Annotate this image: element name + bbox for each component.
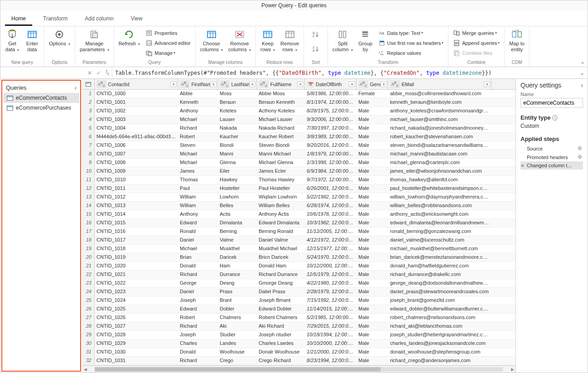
cell-Gender[interactable]: Male (357, 141, 388, 150)
cell-LastName[interactable]: Brant (218, 296, 257, 305)
cell-Gender[interactable]: Male (357, 210, 388, 218)
cell-DateOfBirth[interactable]: 5/22/1982, 12:00:00 AM (305, 193, 357, 201)
applied-step[interactable]: Promoted headers⚙ (521, 153, 583, 161)
cell-ContactId[interactable]: CNTID_1009 (95, 167, 178, 175)
cell-FirstName[interactable]: Ronald (178, 228, 218, 236)
cell-LastName[interactable]: Valme (218, 236, 257, 244)
cell-FullName[interactable]: Joseph Bmant (257, 296, 305, 305)
cell-ContactId[interactable]: CNTID_1003 (95, 116, 178, 124)
table-row[interactable]: 26CNTID_1025EdwardDoblerEdward Dobler11/… (82, 305, 516, 314)
cell-DateOfBirth[interactable]: 7/15/1992, 12:00:00 AM (305, 296, 357, 305)
cell-LastName[interactable]: Woolhouse (218, 348, 257, 356)
cell-DateOfBirth[interactable]: 12/15/1977, 12:00:00 ... (305, 245, 357, 253)
tab-view[interactable]: View (125, 13, 149, 26)
cell-DateOfBirth[interactable]: 10/18/1994, 12:00:00 ... (305, 331, 357, 339)
table-row[interactable]: 7CNTID_1006StevenBiondiSteven Biondi9/20… (82, 141, 516, 150)
cell-FirstName[interactable]: Donald (178, 348, 218, 356)
cell-DateOfBirth[interactable]: 7/29/2015, 12:00:00 AM (305, 322, 357, 330)
cell-FullName[interactable]: Daliel Prass (257, 288, 305, 296)
gear-icon[interactable]: ⚙ (578, 154, 582, 160)
cell-EMail[interactable]: donald_woolhouse@stephensgroup.com (388, 348, 492, 356)
cell-FirstName[interactable]: Steven (178, 141, 218, 150)
cell-FirstName[interactable]: Richard (178, 271, 218, 279)
table-row[interactable]: 31CNTID_1030DonaldWoolhouseDonalr Woolho… (82, 348, 516, 357)
cell-Gender[interactable]: Female (357, 90, 388, 98)
cell-LastName[interactable]: Studier (218, 331, 257, 339)
cell-LastName[interactable]: Hostetler (218, 184, 257, 193)
cell-LastName[interactable]: Deang (218, 279, 257, 287)
cell-EMail[interactable]: robert_kaucher@stevenshansen.com (388, 133, 492, 141)
sort-asc-button[interactable]: AZ (307, 28, 325, 41)
cell-EMail[interactable]: anthony_actis@ericksonwright.com (388, 210, 492, 218)
cell-FirstName[interactable]: Robert (178, 133, 218, 141)
cell-Gender[interactable]: Male (357, 176, 388, 184)
cell-ContactId[interactable]: CNTID_1008 (95, 159, 178, 167)
cell-EMail[interactable]: daniel_valme@luceroschultz.com (388, 236, 492, 244)
cell-FullName[interactable]: Edward Dobler (257, 305, 305, 313)
cell-FullName[interactable]: Steven Biondi (257, 141, 305, 150)
cell-ContactId[interactable]: CNTID_1000 (95, 90, 178, 98)
cell-ContactId[interactable]: CNTID_1013 (95, 202, 178, 210)
cell-EMail[interactable]: james_eiler@wilsonjohnsonandchan.com (388, 167, 492, 175)
cell-ContactId[interactable]: CNTID_1002 (95, 107, 178, 115)
cell-ContactId[interactable]: CNTID_1018 (95, 245, 178, 253)
cell-LastName[interactable]: Prass (218, 288, 257, 296)
cell-Gender[interactable]: Male (357, 193, 388, 201)
cell-EMail[interactable]: ronald_berning@gonzalezwang.com (388, 228, 492, 236)
cell-FirstName[interactable]: Anthony (178, 210, 218, 218)
cell-ContactId[interactable]: CNTID_1016 (95, 228, 178, 236)
cell-FullName[interactable]: Richard Durrance (257, 271, 305, 279)
cell-DateOfBirth[interactable]: 10/12/2000, 12:00:00 ... (305, 262, 357, 270)
cell-ContactId[interactable]: CNTID_1027 (95, 322, 178, 330)
cell-FirstName[interactable]: Brian (178, 253, 218, 262)
formula-expand[interactable]: ⌄ (577, 70, 588, 76)
cell-FirstName[interactable]: Michael (178, 116, 218, 124)
cell-EMail[interactable]: paul_hostetler@whitebaxterandsimpson.com (388, 184, 492, 193)
table-row[interactable]: 11CNTID_1010ThomasHawkeyThomas Hawiey9/7… (82, 176, 516, 184)
table-row[interactable]: 1CNTID_1000AbbieMossAbbie Moss5/8/1986, … (82, 90, 516, 98)
cell-Gender[interactable]: Male (357, 124, 388, 132)
cell-Gender[interactable]: Male (357, 245, 388, 253)
cell-DateOfBirth[interactable]: 6/28/1974, 12:00:00 AM (305, 202, 357, 210)
remove-rows-button[interactable]: Removerows ▾ (279, 28, 301, 53)
cell-DateOfBirth[interactable]: 10/6/1978, 12:00:00 AM (305, 210, 357, 218)
table-row[interactable]: 24CNTID_1023DanielPrassDaliel Prass2/28/… (82, 288, 516, 296)
table-row[interactable]: 4CNTID_1003MichaelLauserMichael Lauser9/… (82, 116, 516, 124)
cell-DateOfBirth[interactable]: 8/23/1994, 12:00:00 AM (305, 357, 357, 365)
cell-DateOfBirth[interactable]: 9/3/2006, 12:00:00 AM (305, 116, 357, 124)
table-row[interactable]: 9CNTID_1008MichaelGlennaMichael Glenna1/… (82, 159, 516, 167)
cell-FirstName[interactable]: Joseph (178, 331, 218, 339)
cell-DateOfBirth[interactable]: 7/30/1997, 12:00:00 AM (305, 124, 357, 132)
cell-FirstName[interactable]: James (178, 167, 218, 175)
table-row[interactable]: 20CNTID_1019BrianDaricekBricn Daricek5/2… (82, 253, 516, 262)
cell-FullName[interactable]: James Ecler (257, 167, 305, 175)
filter-dropdown-icon[interactable]: ▾ (249, 82, 255, 87)
refresh-button[interactable]: Refresh ▾ (117, 28, 142, 48)
cell-Gender[interactable]: Male (357, 348, 388, 356)
cell-Gender[interactable]: Male (357, 357, 388, 365)
cell-ContactId[interactable]: f4444de5-664e-e911-a9ac-000d3a2d57... (95, 133, 178, 141)
cell-FirstName[interactable]: Thomas (178, 176, 218, 184)
query-name-input[interactable] (521, 98, 583, 108)
cell-Gender[interactable]: Male (357, 98, 388, 107)
cell-Gender[interactable]: Male (357, 262, 388, 270)
cell-ContactId[interactable]: CNTID_1022 (95, 279, 178, 287)
cell-FullName[interactable]: Charles Laedes (257, 339, 305, 348)
cell-ContactId[interactable]: CNTID_1026 (95, 314, 178, 322)
table-row[interactable]: 21CNTID_1020DonaldHamDonald Ham10/12/200… (82, 262, 516, 271)
cell-DateOfBirth[interactable]: 1/8/1979, 12:00:00 AM (305, 150, 357, 158)
cell-FirstName[interactable]: Michael (178, 159, 218, 167)
table-row[interactable]: 14CNTID_1013WilliamBellesWilliam Belles6… (82, 202, 516, 210)
cell-Gender[interactable]: Male (357, 288, 388, 296)
first-row-headers-button[interactable]: Use first row as headers▾ (376, 38, 446, 48)
table-row[interactable]: 3CNTID_1002AnthonyKotelesActhony Koteles… (82, 107, 516, 116)
cell-FullName[interactable]: Edward Dimalanta (257, 219, 305, 227)
cell-FullName[interactable]: Abbie Moss (257, 90, 305, 98)
cell-LastName[interactable]: Glenna (218, 159, 257, 167)
cell-EMail[interactable]: george_deang@dodsondaltonandmathews.com (388, 279, 492, 287)
cell-ContactId[interactable]: CNTID_1028 (95, 331, 178, 339)
append-q-button[interactable]: Append queries▾ (451, 38, 501, 48)
table-row[interactable]: 12CNTID_1011PaulHostetlerPaul Hostetler6… (82, 184, 516, 193)
table-row[interactable]: 23CNTID_1022GeorgeDeangGmorge Deang4/22/… (82, 279, 516, 288)
cell-FullName[interactable]: Aki Richard (257, 322, 305, 330)
